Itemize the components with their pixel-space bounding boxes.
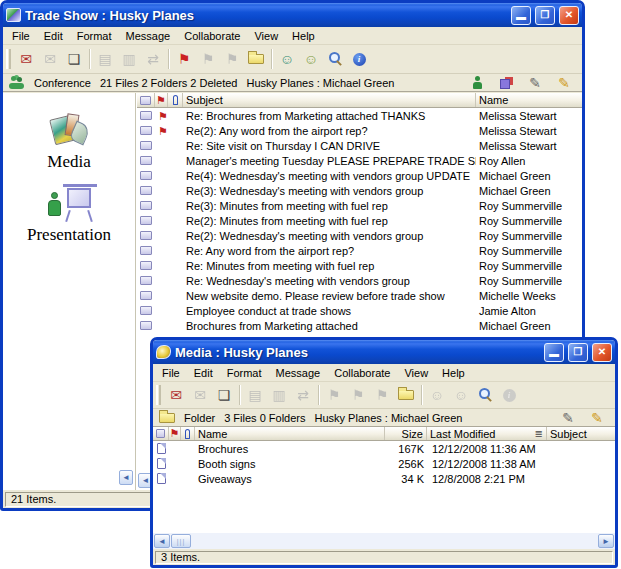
message-row[interactable]: Re(2): Minutes from meeting with fuel re… bbox=[137, 213, 582, 228]
menu-file[interactable]: File bbox=[5, 29, 37, 43]
new-document-icon[interactable]: ❏ bbox=[62, 48, 86, 70]
navigator-pane: Media Presentation ◄ bbox=[3, 93, 136, 490]
find-icon[interactable] bbox=[323, 48, 347, 70]
flag-column-header[interactable]: ⚑ bbox=[155, 93, 168, 107]
memo-icon bbox=[140, 186, 152, 195]
file-row[interactable]: Giveaways34 K12/8/2008 2:21 PM bbox=[153, 471, 615, 486]
menu-file[interactable]: File bbox=[155, 366, 187, 380]
trade-show-window-title: Trade Show : Husky Planes bbox=[25, 8, 507, 23]
member-permissions-icon[interactable]: ☺ bbox=[299, 48, 323, 70]
signature-pencil-icon[interactable]: ✎ bbox=[585, 407, 609, 429]
scroll-right-button[interactable]: ► bbox=[598, 534, 614, 548]
menu-edit[interactable]: Edit bbox=[37, 29, 70, 43]
parent-folder-icon[interactable] bbox=[394, 384, 418, 406]
add-member-icon: ☺ bbox=[425, 384, 449, 406]
name-column-header[interactable]: Name bbox=[195, 427, 385, 440]
message-row[interactable]: Re(2): Wednesday's meeting with vendors … bbox=[137, 228, 582, 243]
menu-format[interactable]: Format bbox=[220, 366, 269, 380]
name-cell: Roy Summerville bbox=[476, 260, 582, 272]
subject-cell: Re(2): Any word from the airport rep? bbox=[183, 125, 476, 137]
message-row[interactable]: ⚑Re(2): Any word from the airport rep?Me… bbox=[137, 123, 582, 138]
name-cell: Giveaways bbox=[195, 473, 385, 485]
memo-column-header[interactable] bbox=[153, 427, 169, 440]
message-row[interactable]: Manager's meeting Tuesday PLEASE PREPARE… bbox=[137, 153, 582, 168]
subject-column-header[interactable]: Subject bbox=[183, 93, 476, 107]
maximize-button[interactable]: ❒ bbox=[568, 343, 588, 362]
message-row[interactable]: Re(3): Wednesday's meeting with vendors … bbox=[137, 183, 582, 198]
menu-edit[interactable]: Edit bbox=[187, 366, 220, 380]
message-row[interactable]: Re(4): Wednesday's meeting with vendors … bbox=[137, 168, 582, 183]
file-row[interactable]: Booth signs256K12/12/2008 11:38 AM bbox=[153, 456, 615, 471]
memo-icon bbox=[140, 276, 152, 285]
name-cell: Michelle Weeks bbox=[476, 290, 582, 302]
scroll-thumb[interactable]: ||| bbox=[171, 534, 191, 548]
pane-scroll-left-button[interactable]: ◄ bbox=[119, 470, 133, 485]
new-memo-icon[interactable]: ✉ bbox=[164, 384, 188, 406]
message-row[interactable]: ⚑Re: Brochures from Marketing attached T… bbox=[137, 108, 582, 123]
scroll-left-button[interactable]: ◄ bbox=[154, 534, 170, 548]
menu-help[interactable]: Help bbox=[435, 366, 472, 380]
name-cell: Michael Green bbox=[476, 185, 582, 197]
message-list-header: ⚑ Subject Name bbox=[137, 93, 582, 108]
menu-message[interactable]: Message bbox=[269, 366, 328, 380]
size-cell: 256K bbox=[385, 458, 427, 470]
refile-icon: ⇄ bbox=[141, 48, 165, 70]
subject-cell: Re(2): Wednesday's meeting with vendors … bbox=[183, 230, 476, 242]
menu-format[interactable]: Format bbox=[70, 29, 119, 43]
memo-icon bbox=[140, 321, 152, 330]
minimize-button[interactable]: ▬ bbox=[544, 343, 564, 362]
message-row[interactable]: New website demo. Please review before t… bbox=[137, 288, 582, 303]
next-flag-icon: ⚑ bbox=[196, 48, 220, 70]
minimize-button[interactable]: ▬ bbox=[511, 6, 531, 25]
size-column-header[interactable]: Size bbox=[385, 427, 427, 440]
media-titlebar[interactable]: Media : Husky Planes ▬ ❒ ✕ bbox=[153, 340, 615, 364]
name-column-header[interactable]: Name bbox=[476, 93, 582, 107]
message-row[interactable]: Re(3): Minutes from meeting with fuel re… bbox=[137, 198, 582, 213]
media-window: Media : Husky Planes ▬ ❒ ✕ FileEditForma… bbox=[150, 337, 618, 568]
name-cell: Michael Green bbox=[476, 320, 582, 332]
edit-pencil-icon[interactable]: ✎ bbox=[523, 72, 547, 94]
memo-properties-icon: ▤ bbox=[93, 48, 117, 70]
new-memo-icon[interactable]: ✉ bbox=[14, 48, 38, 70]
close-button[interactable]: ✕ bbox=[559, 6, 579, 25]
message-row[interactable]: Re: Site visit on Thursday I CAN DRIVEMe… bbox=[137, 138, 582, 153]
parent-folder-icon[interactable] bbox=[244, 48, 268, 70]
file-row[interactable]: Brochures167K12/12/2008 11:36 AM bbox=[153, 441, 615, 456]
message-row[interactable]: Re: Wednesday's meeting with vendors gro… bbox=[137, 273, 582, 288]
menu-help[interactable]: Help bbox=[285, 29, 322, 43]
subject-column-header[interactable]: Subject bbox=[547, 427, 615, 440]
menu-message[interactable]: Message bbox=[119, 29, 178, 43]
media-window-title: Media : Husky Planes bbox=[175, 345, 540, 360]
trade-show-titlebar[interactable]: Trade Show : Husky Planes ▬ ❒ ✕ bbox=[3, 3, 582, 27]
info-icon[interactable]: i bbox=[347, 48, 371, 70]
flag-column-header[interactable]: ⚑ bbox=[169, 427, 181, 440]
presence-icon[interactable] bbox=[465, 72, 489, 94]
subject-cell: Re(3): Wednesday's meeting with vendors … bbox=[183, 185, 476, 197]
close-button[interactable]: ✕ bbox=[592, 343, 612, 362]
flag-icon[interactable]: ⚑ bbox=[172, 48, 196, 70]
sort-icon: ≣ bbox=[535, 428, 543, 439]
sidebar-item-media[interactable]: Media bbox=[3, 113, 135, 172]
menu-collaborate[interactable]: Collaborate bbox=[177, 29, 247, 43]
edit-pencil-icon[interactable]: ✎ bbox=[556, 407, 580, 429]
signature-pencil-icon[interactable]: ✎ bbox=[552, 72, 576, 94]
menu-view[interactable]: View bbox=[397, 366, 435, 380]
message-row[interactable]: Employee conduct at trade showsJamie Alt… bbox=[137, 303, 582, 318]
add-member-icon[interactable]: ☺ bbox=[275, 48, 299, 70]
attachment-column-header[interactable] bbox=[168, 93, 183, 107]
message-row[interactable]: Re: Any word from the airport rep?Roy Su… bbox=[137, 243, 582, 258]
flag-icon: ⚑ bbox=[156, 95, 166, 106]
find-icon[interactable] bbox=[473, 384, 497, 406]
attachment-column-header[interactable] bbox=[181, 427, 195, 440]
sidebar-item-presentation[interactable]: Presentation bbox=[3, 186, 135, 245]
layers-icon[interactable] bbox=[494, 72, 518, 94]
menu-view[interactable]: View bbox=[247, 29, 285, 43]
new-document-icon[interactable]: ❏ bbox=[212, 384, 236, 406]
message-row[interactable]: Brochures from Marketing attachedMichael… bbox=[137, 318, 582, 333]
modified-column-header[interactable]: Last Modified ≣ bbox=[427, 427, 547, 440]
message-row[interactable]: Re: Minutes from meeting with fuel repRo… bbox=[137, 258, 582, 273]
maximize-button[interactable]: ❒ bbox=[535, 6, 555, 25]
menu-collaborate[interactable]: Collaborate bbox=[327, 366, 397, 380]
memo-column-header[interactable] bbox=[137, 93, 155, 107]
name-cell: Brochures bbox=[195, 443, 385, 455]
